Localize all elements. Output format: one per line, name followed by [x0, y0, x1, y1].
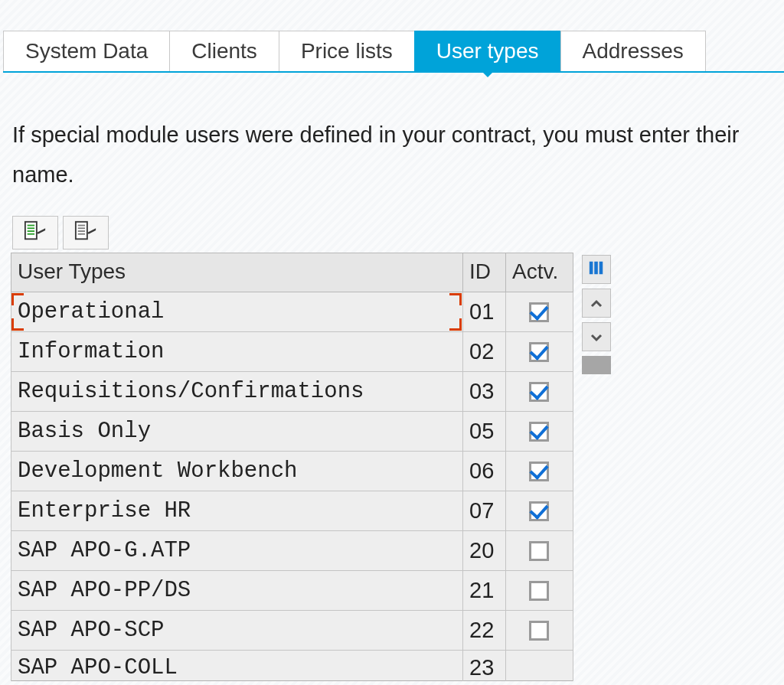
column-config-icon	[588, 259, 605, 280]
user-type-active-cell	[506, 611, 573, 651]
user-type-id-cell[interactable]: 03	[463, 372, 506, 412]
svg-rect-1	[28, 225, 34, 227]
chevron-down-icon	[590, 328, 603, 346]
user-type-name-cell[interactable]: SAP APO-PP/DS	[11, 571, 463, 611]
column-config-button[interactable]	[582, 255, 611, 284]
user-type-id-cell[interactable]: 02	[463, 332, 506, 372]
scrollbar-thumb[interactable]	[582, 356, 611, 374]
tabstrip: System DataClientsPrice listsUser typesA…	[3, 31, 784, 73]
svg-rect-3	[28, 230, 34, 232]
active-checkbox[interactable]	[529, 541, 549, 561]
tab-price-lists[interactable]: Price lists	[279, 31, 415, 71]
table-row: SAP APO-COLL23	[11, 651, 573, 681]
deselect-all-icon	[74, 220, 97, 246]
tab-user-types[interactable]: User types	[414, 31, 561, 71]
table-row: SAP APO-G.ATP20	[11, 531, 573, 571]
select-all-button[interactable]	[12, 216, 58, 250]
user-type-active-cell	[506, 332, 573, 372]
table-side-controls	[580, 253, 613, 681]
user-type-active-cell	[506, 571, 573, 611]
active-checkbox[interactable]	[529, 422, 549, 442]
tab-addresses[interactable]: Addresses	[560, 31, 706, 71]
table-row: Enterprise HR07	[11, 491, 573, 531]
active-checkbox[interactable]	[529, 501, 549, 521]
deselect-all-button[interactable]	[63, 216, 109, 250]
active-checkbox[interactable]	[529, 342, 549, 362]
user-type-active-cell	[506, 651, 573, 681]
table-row: SAP APO-SCP22	[11, 611, 573, 651]
user-type-id-cell[interactable]: 20	[463, 531, 506, 571]
tab-clients[interactable]: Clients	[169, 31, 279, 71]
user-type-name-cell[interactable]: Development Workbench	[11, 452, 463, 491]
table-row: Requisitions/Confirmations03	[11, 372, 573, 412]
active-checkbox[interactable]	[529, 581, 549, 601]
user-type-id-cell[interactable]: 22	[463, 611, 506, 651]
svg-rect-12	[599, 262, 603, 275]
user-types-table: User Types ID Actv. Operational01Informa…	[11, 253, 573, 681]
active-checkbox[interactable]	[529, 462, 549, 481]
user-type-id-cell[interactable]: 23	[463, 651, 506, 681]
column-header-active[interactable]: Actv.	[506, 253, 573, 292]
user-type-name-cell[interactable]: Operational	[11, 292, 463, 332]
user-type-active-cell	[506, 292, 573, 332]
svg-rect-4	[28, 233, 34, 235]
user-type-name-cell[interactable]: SAP APO-G.ATP	[11, 531, 463, 571]
active-checkbox[interactable]	[529, 621, 549, 641]
user-type-name-cell[interactable]: Basis Only	[11, 412, 463, 452]
table-row: Development Workbench06	[11, 452, 573, 491]
active-checkbox[interactable]	[529, 302, 549, 322]
active-checkbox[interactable]	[529, 382, 549, 402]
select-all-icon	[24, 220, 47, 246]
user-type-id-cell[interactable]: 01	[463, 292, 506, 332]
column-header-name[interactable]: User Types	[11, 253, 463, 292]
user-type-id-cell[interactable]: 06	[463, 452, 506, 491]
table-row: Operational01	[11, 292, 573, 332]
user-type-id-cell[interactable]: 05	[463, 412, 506, 452]
svg-rect-6	[78, 225, 85, 227]
svg-rect-2	[28, 228, 34, 230]
tab-system-data[interactable]: System Data	[3, 31, 170, 71]
scroll-up-button[interactable]	[582, 289, 611, 318]
chevron-up-icon	[590, 295, 603, 312]
user-type-active-cell	[506, 491, 573, 531]
column-header-id[interactable]: ID	[463, 253, 506, 292]
user-type-name-cell[interactable]: SAP APO-SCP	[11, 611, 463, 651]
table-row: Basis Only05	[11, 412, 573, 452]
user-type-active-cell	[506, 412, 573, 452]
info-text: If special module users were defined in …	[0, 73, 766, 210]
user-type-name-cell[interactable]: SAP APO-COLL	[11, 651, 463, 681]
svg-rect-7	[78, 228, 85, 230]
user-type-name-cell[interactable]: Enterprise HR	[11, 491, 463, 531]
user-type-active-cell	[506, 531, 573, 571]
user-type-id-cell[interactable]: 07	[463, 491, 506, 531]
table-row: Information02	[11, 332, 573, 372]
user-type-id-cell[interactable]: 21	[463, 571, 506, 611]
user-type-name-cell[interactable]: Requisitions/Confirmations	[11, 372, 463, 412]
user-type-name-cell[interactable]: Information	[11, 332, 463, 372]
user-type-active-cell	[506, 372, 573, 412]
table-toolbar	[0, 210, 784, 253]
svg-rect-9	[78, 233, 85, 235]
user-type-active-cell	[506, 452, 573, 491]
svg-rect-11	[594, 262, 598, 275]
table-row: SAP APO-PP/DS21	[11, 571, 573, 611]
svg-rect-8	[78, 230, 85, 232]
scroll-down-button[interactable]	[582, 322, 611, 351]
svg-rect-10	[590, 262, 593, 275]
